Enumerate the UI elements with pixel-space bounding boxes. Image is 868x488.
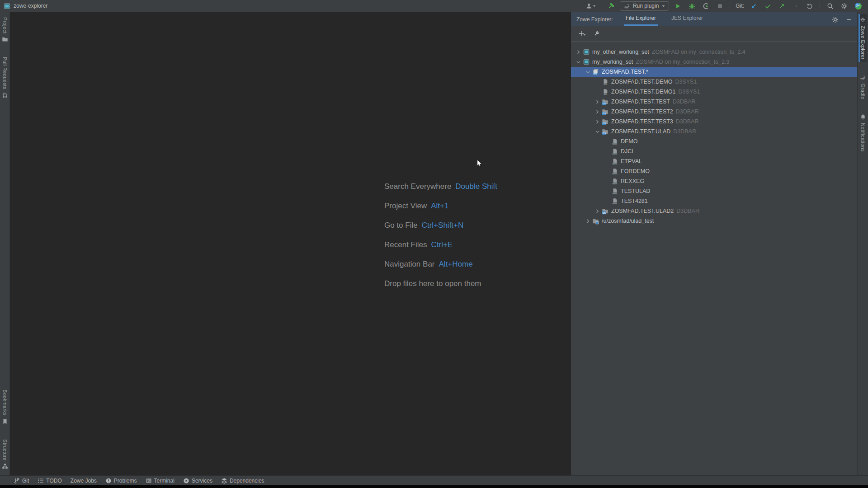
tree-row-zosmfad-test-test3[interactable]: DSZOSMFAD.TEST.TEST3D3DBAR (571, 117, 857, 127)
run-configuration-combo[interactable]: Run plugin (620, 1, 669, 11)
stripe-item-gradle[interactable]: Gradle (859, 72, 867, 102)
node-label: ETPVAL (621, 158, 642, 164)
tree-row-zosmfad-test-ulad2[interactable]: DSZOSMFAD.TEST.ULAD2D3DBAR (571, 206, 857, 216)
svg-text:MEM: MEM (612, 202, 617, 205)
chevron-right-icon[interactable] (594, 109, 601, 114)
update-project-button[interactable] (748, 1, 759, 11)
file-explorer-tree: my_other_working_setZOSMFAD on my_connec… (571, 42, 857, 475)
node-label: ZOSMFAD.TEST.TEST (611, 99, 670, 105)
stripe-item-label: Pull Requests (2, 57, 8, 89)
stripe-item-notifications[interactable]: Notifications (859, 112, 867, 154)
shortcut-action: Drop files here to open them (384, 279, 481, 288)
node-meta: D3DBAR (673, 99, 696, 105)
svg-text:DS: DS (603, 211, 606, 214)
build-button[interactable] (606, 1, 617, 11)
chevron-down-icon[interactable] (575, 60, 582, 65)
tree-row-zosmfad-test-test2[interactable]: DSZOSMFAD.TEST.TEST2D3DBAR (571, 107, 857, 117)
statusbar-item-label: Problems (114, 478, 137, 484)
statusbar-item-git[interactable]: Git (14, 478, 29, 484)
push-button[interactable] (776, 1, 787, 11)
panel-hide-button[interactable] (846, 17, 852, 23)
stop-button[interactable] (714, 1, 725, 11)
chevron-down-icon (661, 4, 665, 8)
tree-row-zosmfad-test-[interactable]: DSZOSMFAD.TEST.* (571, 67, 857, 77)
tree-row-my-working-set[interactable]: my_working_setZOSMFAD on my_connection_t… (571, 57, 857, 67)
push-icon (778, 3, 785, 9)
tree-row-fordemo[interactable]: MEMFORDEMO (571, 166, 857, 176)
node-label: ZOSMFAD.TEST.TEST3 (611, 118, 673, 125)
tree-row-djcl[interactable]: MEMDJCL (571, 146, 857, 156)
pds-folder-icon: DS (601, 208, 609, 215)
statusbar-item-services[interactable]: Services (183, 478, 212, 484)
right-tool-stripe: ZZowe ExplorerGradleNotifications (857, 12, 868, 475)
shortcut-hint-line: Recent FilesCtrl+E (384, 235, 497, 254)
title-bar: zowe-explorer Run pluginGit: (0, 0, 868, 12)
debug-button[interactable] (686, 1, 697, 11)
chevron-right-icon[interactable] (584, 219, 592, 224)
add-working-set-button[interactable] (576, 28, 586, 38)
statusbar-item-dependencies[interactable]: Dependencies (221, 478, 264, 484)
working-set-icon (582, 49, 590, 55)
member-icon: MEM (611, 178, 618, 185)
chevron-right-icon[interactable] (594, 209, 601, 214)
search-everywhere-button[interactable] (825, 1, 835, 11)
commit-button[interactable] (762, 1, 773, 11)
shortcut-keys: Double Shift (455, 182, 497, 191)
chevron-down-icon[interactable] (594, 129, 601, 134)
statusbar-item-problems[interactable]: Problems (105, 478, 137, 484)
tree-row-testulad[interactable]: MEMTESTULAD (571, 186, 857, 196)
chevron-right-icon[interactable] (575, 50, 582, 55)
services-icon (183, 478, 189, 484)
stripe-item-pull-requests[interactable]: Pull Requests (1, 55, 9, 101)
edit-working-set-button[interactable] (592, 28, 602, 38)
stripe-item-structure[interactable]: Structure (1, 437, 9, 472)
statusbar-item-terminal[interactable]: Terminal (146, 478, 175, 484)
run-with-profiler-button[interactable] (700, 1, 711, 11)
tab-jes-explorer[interactable]: JES Explorer (670, 15, 705, 26)
chevron-right-icon[interactable] (594, 119, 601, 124)
zowe-icon: Z (859, 16, 866, 23)
tab-file-explorer[interactable]: File Explorer (624, 15, 658, 26)
shortcut-hint-line: Search EverywhereDouble Shift (384, 177, 497, 196)
run-button[interactable] (672, 1, 683, 11)
chevron-down-icon[interactable] (584, 70, 592, 75)
tree-row--u-zosmfad-ulad-test[interactable]: /u/zosmfad/ulad_test (571, 216, 857, 226)
stripe-item-label: Notifications (860, 123, 866, 152)
panel-settings-button[interactable] (832, 16, 839, 23)
tree-row-zosmfad-test-test[interactable]: DSZOSMFAD.TEST.TESTD3DBAR (571, 97, 857, 107)
stripe-item-zowe-explorer[interactable]: ZZowe Explorer (859, 14, 867, 62)
shortcut-hint-line: Project ViewAlt+1 (384, 196, 497, 216)
bookmark-icon (2, 418, 8, 425)
member-icon: MEM (611, 198, 618, 205)
node-meta: D3SYS1 (675, 79, 697, 85)
ide-avatar-button[interactable] (853, 1, 863, 11)
stripe-item-bookmarks[interactable]: Bookmarks (1, 387, 9, 427)
app-window-icon (4, 3, 10, 9)
stripe-item-project[interactable]: Project (1, 15, 9, 45)
wrench-icon (594, 30, 600, 37)
chevron-right-icon[interactable] (594, 99, 601, 104)
tree-row-zosmfad-test-demo1[interactable]: DSZOSMFAD.TEST.DEMO1D3SYS1 (571, 87, 857, 97)
tree-row-test4281[interactable]: MEMTEST4281 (571, 196, 857, 206)
tree-row-rexxeg[interactable]: MEMREXXEG (571, 176, 857, 186)
tree-row-my-other-working-set[interactable]: my_other_working_setZOSMFAD on my_connec… (571, 47, 857, 57)
history-button[interactable] (790, 1, 801, 11)
user-menu-button[interactable] (585, 1, 596, 11)
bell-icon (860, 114, 866, 120)
shortcut-hint-line: Navigation BarAlt+Home (384, 254, 497, 274)
member-icon: MEM (611, 148, 618, 155)
gradle-icon (859, 74, 866, 81)
rollback-button[interactable] (804, 1, 815, 11)
statusbar-item-zowe-jobs[interactable]: Zowe Jobs (71, 478, 97, 484)
tree-row-etpval[interactable]: MEMETPVAL (571, 156, 857, 166)
tree-row-zosmfad-test-ulad[interactable]: DSZOSMFAD.TEST.ULADD3DBAR (571, 127, 857, 136)
svg-text:DS: DS (604, 83, 607, 85)
editor-empty-area[interactable]: Search EverywhereDouble ShiftProject Vie… (10, 12, 571, 475)
run-configuration-label: Run plugin (633, 3, 659, 9)
tree-row-zosmfad-test-demo[interactable]: DSZOSMFAD.TEST.DEMOD3SYS1 (571, 77, 857, 87)
tree-row-demo[interactable]: MEMDEMO (571, 136, 857, 146)
statusbar-item-todo[interactable]: TODO (38, 478, 61, 484)
settings-button[interactable] (839, 1, 849, 11)
svg-text:DS: DS (594, 73, 597, 75)
shortcut-keys: Ctrl+E (431, 240, 453, 249)
